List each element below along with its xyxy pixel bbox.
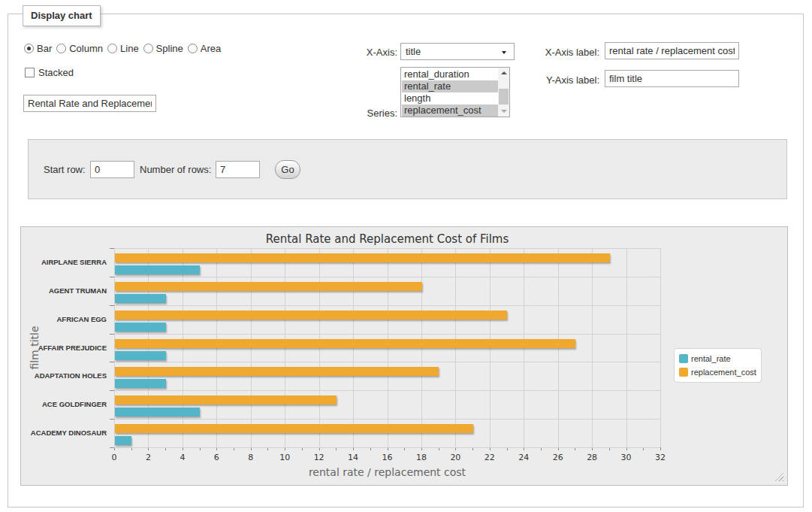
radio-bar[interactable]: [24, 44, 34, 53]
bar-replacement_cost[interactable]: [115, 282, 422, 291]
y-tick: [110, 305, 114, 306]
category-label: AGENT TRUMAN: [21, 286, 107, 295]
stacked-row: Stacked: [25, 67, 74, 78]
start-row-label: Start row:: [44, 164, 89, 175]
gridline-vertical: [626, 248, 627, 447]
gridline-horizontal: [114, 362, 660, 362]
radio-label: Bar: [37, 43, 52, 54]
chart-legend: rental_ratereplacement_cost: [674, 348, 762, 383]
y-tick: [110, 334, 114, 335]
x-tick-label: 14: [342, 453, 364, 462]
radio-option-bar[interactable]: Bar: [24, 43, 52, 54]
legend-swatch-icon: [679, 354, 688, 363]
radio-option-area[interactable]: Area: [188, 43, 221, 54]
x-tick-label: 16: [376, 453, 399, 462]
gridline-horizontal: [114, 248, 660, 249]
x-tick-label: 8: [240, 453, 262, 462]
series-select-label: Series:: [331, 108, 397, 119]
radio-option-line[interactable]: Line: [107, 43, 139, 54]
num-rows-input[interactable]: [216, 161, 260, 178]
bar-replacement_cost[interactable]: [115, 367, 439, 376]
y-tick: [110, 447, 114, 448]
y-tick: [110, 390, 114, 391]
num-rows-label: Number of rows:: [140, 164, 215, 175]
x-tick-label: 10: [273, 453, 296, 462]
scrollbar-thumb[interactable]: [499, 89, 509, 105]
series-option-replacement_cost[interactable]: replacement_cost: [402, 105, 499, 117]
stacked-label: Stacked: [38, 67, 74, 78]
bar-rental_rate[interactable]: [115, 436, 131, 445]
y-tick: [110, 362, 114, 362]
bar-replacement_cost[interactable]: [115, 339, 575, 348]
x-tick-label: 24: [512, 453, 535, 462]
go-button[interactable]: Go: [275, 160, 300, 179]
legend-swatch-icon: [679, 368, 688, 377]
series-option-rental_rate[interactable]: rental_rate: [402, 80, 499, 92]
radio-area[interactable]: [188, 44, 198, 53]
x-axis-select-label: X-Axis:: [331, 47, 397, 58]
x-tick-label: 20: [444, 453, 466, 462]
x-tick-label: 6: [205, 453, 228, 462]
bar-replacement_cost[interactable]: [115, 424, 473, 433]
gridline-horizontal: [114, 447, 660, 448]
category-label: ADAPTATION HOLES: [21, 371, 107, 380]
start-row-input[interactable]: [90, 161, 134, 178]
radio-label: Line: [120, 43, 139, 54]
x-tick-label: 2: [137, 453, 159, 462]
x-axis-label-input[interactable]: [605, 42, 739, 59]
x-tick-label: 28: [581, 453, 603, 462]
gridline-horizontal: [114, 334, 660, 335]
x-tick-label: 12: [308, 453, 331, 462]
legend-item-replacement_cost[interactable]: replacement_cost: [679, 365, 756, 379]
y-tick: [110, 419, 114, 420]
x-tick-label: 4: [171, 453, 194, 462]
radio-option-column[interactable]: Column: [56, 43, 103, 54]
bar-replacement_cost[interactable]: [115, 253, 610, 262]
y-axis-label-input[interactable]: [605, 70, 739, 87]
scroll-down-icon: [501, 110, 507, 113]
legend-item-rental_rate[interactable]: rental_rate: [679, 352, 756, 365]
radio-column[interactable]: [56, 44, 66, 53]
stacked-checkbox[interactable]: [25, 68, 35, 77]
chart-title: Rental Rate and Replacement Cost of Film…: [114, 232, 660, 246]
radio-spline[interactable]: [143, 44, 153, 53]
bar-rental_rate[interactable]: [115, 351, 166, 360]
category-label: ACADEMY DINOSAUR: [21, 429, 107, 437]
radio-option-spline[interactable]: Spline: [143, 43, 183, 54]
x-axis-title: rental rate / replacement cost: [114, 466, 660, 478]
category-label: AIRPLANE SIERRA: [21, 258, 107, 266]
x-tick: [660, 447, 661, 450]
chart-title-input[interactable]: [23, 95, 156, 112]
bar-rental_rate[interactable]: [115, 265, 200, 274]
x-tick-label: 22: [478, 453, 501, 462]
category-label: AFRICAN EGG: [21, 315, 107, 323]
x-axis-label-label: X-Axis label:: [489, 47, 599, 58]
radio-label: Spline: [156, 43, 183, 54]
bar-rental_rate[interactable]: [115, 407, 200, 417]
x-tick-label: 0: [103, 453, 125, 462]
series-option-length[interactable]: length: [402, 92, 499, 105]
gridline-horizontal: [114, 390, 660, 391]
chart-type-radio-group: BarColumnLineSplineArea: [24, 43, 225, 54]
chart-container: Rental Rate and Replacement Cost of Film…: [20, 226, 788, 486]
bar-replacement_cost[interactable]: [115, 395, 337, 404]
category-label: AFFAIR PREJUDICE: [21, 344, 107, 352]
y-axis-label-label: Y-Axis label:: [489, 74, 599, 86]
radio-label: Column: [69, 43, 103, 54]
bar-rental_rate[interactable]: [115, 294, 166, 303]
resize-grip-icon[interactable]: [775, 473, 783, 481]
x-tick-label: 26: [547, 453, 569, 462]
radio-line[interactable]: [107, 44, 117, 53]
x-tick-label: 32: [649, 453, 672, 462]
bar-rental_rate[interactable]: [115, 379, 166, 388]
bar-replacement_cost[interactable]: [115, 311, 507, 320]
y-tick: [110, 277, 114, 277]
gridline-vertical: [592, 248, 593, 447]
x-tick-label: 30: [615, 453, 638, 462]
legend-label: rental_rate: [691, 354, 731, 363]
scroll-down-button[interactable]: [498, 106, 509, 117]
bar-rental_rate[interactable]: [115, 323, 166, 332]
gridline-horizontal: [114, 305, 660, 306]
x-axis-select-value: title: [406, 46, 421, 57]
series-option-rental_duration[interactable]: rental_duration: [402, 68, 499, 80]
